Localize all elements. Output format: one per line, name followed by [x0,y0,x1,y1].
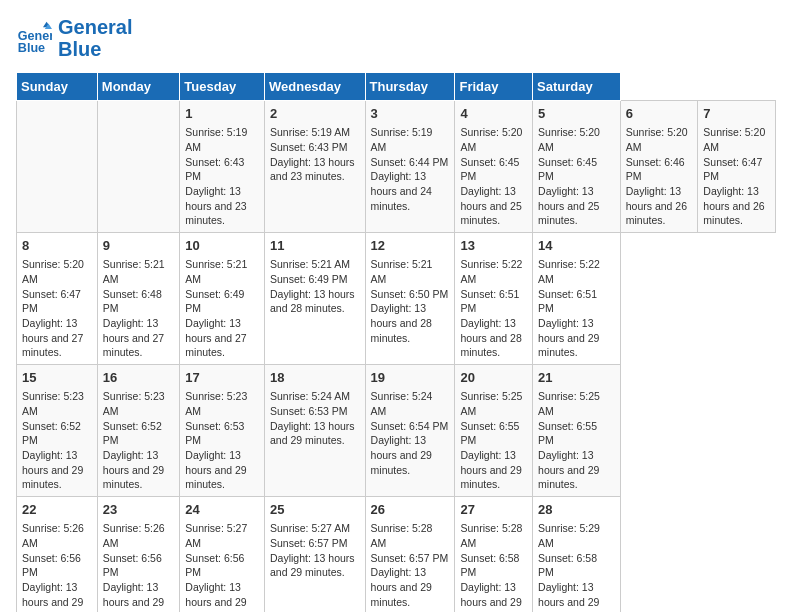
daylight-label: Daylight: 13 hours and 29 minutes. [103,581,164,612]
daylight-label: Daylight: 13 hours and 25 minutes. [538,185,599,226]
day-number: 4 [460,105,527,123]
svg-text:Blue: Blue [18,41,45,55]
sunset-text: Sunset: 6:58 PM [460,552,519,579]
day-number: 25 [270,501,360,519]
calendar-cell: 16Sunrise: 5:23 AMSunset: 6:52 PMDayligh… [97,365,180,497]
calendar-cell: 2Sunrise: 5:19 AMSunset: 6:43 PMDaylight… [264,101,365,233]
logo-icon: General Blue [16,20,52,56]
sunset-text: Sunset: 6:45 PM [538,156,597,183]
sunrise-text: Sunrise: 5:23 AM [22,390,84,417]
sunrise-text: Sunrise: 5:20 AM [538,126,600,153]
sunrise-text: Sunrise: 5:23 AM [103,390,165,417]
calendar-cell: 26Sunrise: 5:28 AMSunset: 6:57 PMDayligh… [365,497,455,613]
daylight-label: Daylight: 13 hours and 26 minutes. [703,185,764,226]
day-number: 6 [626,105,693,123]
day-number: 18 [270,369,360,387]
week-row-3: 15Sunrise: 5:23 AMSunset: 6:52 PMDayligh… [17,365,776,497]
daylight-label: Daylight: 13 hours and 29 minutes. [371,566,432,607]
sunset-text: Sunset: 6:53 PM [270,405,348,417]
sunset-text: Sunset: 6:52 PM [103,420,162,447]
daylight-label: Daylight: 13 hours and 26 minutes. [626,185,687,226]
week-row-2: 8Sunrise: 5:20 AMSunset: 6:47 PMDaylight… [17,233,776,365]
calendar-cell: 3Sunrise: 5:19 AMSunset: 6:44 PMDaylight… [365,101,455,233]
calendar-header: SundayMondayTuesdayWednesdayThursdayFrid… [17,73,776,101]
daylight-label: Daylight: 13 hours and 29 minutes. [103,449,164,490]
day-number: 12 [371,237,450,255]
sunrise-text: Sunrise: 5:20 AM [460,126,522,153]
calendar-cell: 13Sunrise: 5:22 AMSunset: 6:51 PMDayligh… [455,233,533,365]
day-number: 16 [103,369,175,387]
daylight-label: Daylight: 13 hours and 29 minutes. [371,434,432,475]
calendar-cell: 22Sunrise: 5:26 AMSunset: 6:56 PMDayligh… [17,497,98,613]
calendar-cell: 28Sunrise: 5:29 AMSunset: 6:58 PMDayligh… [533,497,621,613]
daylight-label: Daylight: 13 hours and 27 minutes. [22,317,83,358]
calendar-cell: 15Sunrise: 5:23 AMSunset: 6:52 PMDayligh… [17,365,98,497]
daylight-label: Daylight: 13 hours and 29 minutes. [185,581,246,612]
day-number: 26 [371,501,450,519]
day-number: 24 [185,501,259,519]
header-day-tuesday: Tuesday [180,73,265,101]
sunset-text: Sunset: 6:49 PM [185,288,244,315]
calendar-cell: 23Sunrise: 5:26 AMSunset: 6:56 PMDayligh… [97,497,180,613]
sunset-text: Sunset: 6:58 PM [538,552,597,579]
day-number: 2 [270,105,360,123]
sunrise-text: Sunrise: 5:26 AM [103,522,165,549]
daylight-label: Daylight: 13 hours and 23 minutes. [185,185,246,226]
calendar-table: SundayMondayTuesdayWednesdayThursdayFrid… [16,72,776,612]
sunset-text: Sunset: 6:56 PM [185,552,244,579]
daylight-label: Daylight: 13 hours and 29 minutes. [270,420,355,447]
calendar-cell: 25Sunrise: 5:27 AMSunset: 6:57 PMDayligh… [264,497,365,613]
daylight-label: Daylight: 13 hours and 25 minutes. [460,185,521,226]
day-number: 23 [103,501,175,519]
daylight-label: Daylight: 13 hours and 27 minutes. [185,317,246,358]
sunrise-text: Sunrise: 5:28 AM [371,522,433,549]
header-row: SundayMondayTuesdayWednesdayThursdayFrid… [17,73,776,101]
sunrise-text: Sunrise: 5:19 AM [270,126,350,138]
daylight-label: Daylight: 13 hours and 27 minutes. [103,317,164,358]
sunset-text: Sunset: 6:56 PM [103,552,162,579]
daylight-label: Daylight: 13 hours and 29 minutes. [538,449,599,490]
sunrise-text: Sunrise: 5:25 AM [460,390,522,417]
page-header: General Blue General Blue [16,16,776,60]
sunrise-text: Sunrise: 5:26 AM [22,522,84,549]
daylight-label: Daylight: 13 hours and 23 minutes. [270,156,355,183]
sunrise-text: Sunrise: 5:25 AM [538,390,600,417]
daylight-label: Daylight: 13 hours and 29 minutes. [460,449,521,490]
sunset-text: Sunset: 6:51 PM [538,288,597,315]
day-number: 9 [103,237,175,255]
week-row-4: 22Sunrise: 5:26 AMSunset: 6:56 PMDayligh… [17,497,776,613]
sunset-text: Sunset: 6:53 PM [185,420,244,447]
day-number: 5 [538,105,615,123]
sunrise-text: Sunrise: 5:24 AM [371,390,433,417]
empty-cell [17,101,98,233]
sunset-text: Sunset: 6:43 PM [270,141,348,153]
day-number: 15 [22,369,92,387]
sunset-text: Sunset: 6:57 PM [371,552,449,564]
sunset-text: Sunset: 6:52 PM [22,420,81,447]
day-number: 20 [460,369,527,387]
daylight-label: Daylight: 13 hours and 29 minutes. [22,581,83,612]
sunrise-text: Sunrise: 5:28 AM [460,522,522,549]
sunset-text: Sunset: 6:56 PM [22,552,81,579]
sunrise-text: Sunrise: 5:21 AM [185,258,247,285]
sunset-text: Sunset: 6:55 PM [538,420,597,447]
sunset-text: Sunset: 6:47 PM [703,156,762,183]
sunset-text: Sunset: 6:45 PM [460,156,519,183]
sunrise-text: Sunrise: 5:20 AM [703,126,765,153]
day-number: 3 [371,105,450,123]
sunset-text: Sunset: 6:55 PM [460,420,519,447]
daylight-label: Daylight: 13 hours and 28 minutes. [460,317,521,358]
daylight-label: Daylight: 13 hours and 24 minutes. [371,170,432,211]
sunset-text: Sunset: 6:48 PM [103,288,162,315]
sunrise-text: Sunrise: 5:29 AM [538,522,600,549]
calendar-cell: 7Sunrise: 5:20 AMSunset: 6:47 PMDaylight… [698,101,776,233]
day-number: 11 [270,237,360,255]
calendar-cell: 8Sunrise: 5:20 AMSunset: 6:47 PMDaylight… [17,233,98,365]
empty-cell [97,101,180,233]
header-day-thursday: Thursday [365,73,455,101]
daylight-label: Daylight: 13 hours and 28 minutes. [270,288,355,315]
calendar-cell: 12Sunrise: 5:21 AMSunset: 6:50 PMDayligh… [365,233,455,365]
sunrise-text: Sunrise: 5:23 AM [185,390,247,417]
sunset-text: Sunset: 6:51 PM [460,288,519,315]
calendar-cell: 14Sunrise: 5:22 AMSunset: 6:51 PMDayligh… [533,233,621,365]
